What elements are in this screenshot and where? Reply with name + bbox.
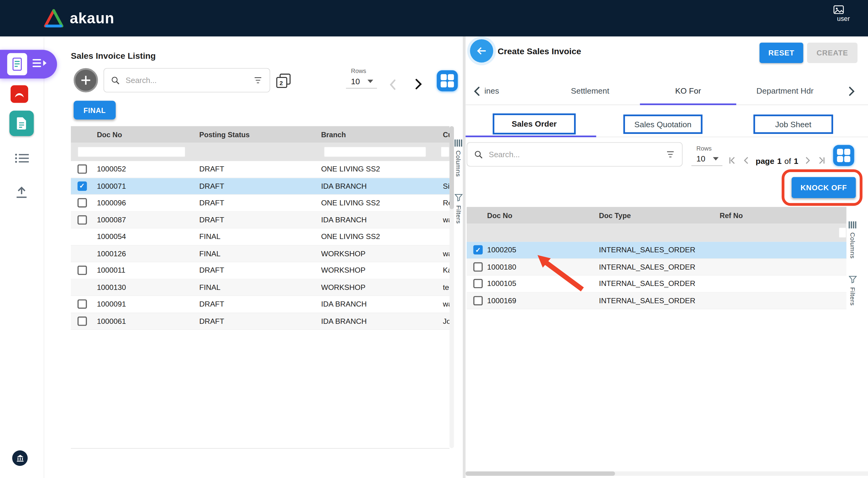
row-checkbox[interactable] (473, 296, 483, 305)
filters-toggle[interactable]: Filters (848, 276, 857, 306)
col-header-doc-no[interactable]: Doc No (93, 130, 195, 138)
col-header-ref-no[interactable]: Ref No (716, 211, 846, 219)
table-row[interactable]: 1000169INTERNAL_SALES_ORDER (467, 292, 846, 309)
brand: akaun (43, 7, 114, 29)
next-page-button[interactable] (412, 77, 424, 92)
columns-label: Columns (455, 151, 462, 177)
grid-view-button[interactable] (833, 145, 854, 166)
tab-lines[interactable]: ines (484, 86, 499, 95)
table-row[interactable]: 1000052DRAFTONE LIVING SS2 (71, 161, 450, 178)
last-page-button[interactable] (818, 156, 826, 166)
table-row[interactable]: 1000180INTERNAL_SALES_ORDER (467, 259, 846, 276)
row-checkbox[interactable] (77, 316, 87, 326)
reset-button[interactable]: RESET (760, 43, 803, 63)
customer-filter-input[interactable] (441, 147, 450, 157)
prev-page-button[interactable] (388, 78, 399, 92)
customer-cell: Ka (439, 266, 450, 275)
table-row[interactable]: 1000011DRAFTWORKSHOPKa (71, 262, 450, 279)
vertical-scrollbar[interactable] (450, 126, 454, 448)
subtab-sales-quotation[interactable]: Sales Quotation (623, 115, 703, 134)
scrollbar-thumb[interactable] (450, 126, 454, 209)
first-page-button[interactable] (728, 156, 736, 166)
row-checkbox[interactable] (77, 182, 87, 191)
row-checkbox[interactable] (77, 198, 87, 208)
user-avatar-label: user (837, 15, 850, 23)
panel-toggle-icon (32, 58, 48, 71)
tab-department-hdr[interactable]: Department Hdr (738, 86, 832, 95)
invoice-search-input[interactable] (125, 75, 249, 85)
prev-page-button[interactable] (742, 156, 749, 166)
doc-no-filter-input[interactable] (78, 147, 185, 157)
create-button[interactable]: CREATE (807, 43, 858, 63)
search-icon (111, 75, 120, 85)
add-button[interactable] (74, 68, 98, 92)
duplicate-pages-icon[interactable]: 2 (276, 73, 291, 89)
grid-view-button[interactable] (437, 70, 458, 91)
filter-icon[interactable] (665, 150, 675, 159)
col-header-doc-no[interactable]: Doc No (484, 211, 595, 219)
table-row[interactable]: 1000096DRAFTONE LIVING SS2Re (71, 195, 450, 212)
scrollbar-thumb[interactable] (466, 471, 615, 476)
upload-icon[interactable] (14, 186, 29, 201)
row-checkbox[interactable] (473, 279, 483, 288)
row-checkbox[interactable] (77, 299, 87, 309)
branch-cell: IDA BRANCH (317, 216, 439, 224)
create-sales-invoice-panel: Create Sales Invoice RESET CREATE ines S… (466, 37, 868, 478)
col-header-posting-status[interactable]: Posting Status (195, 130, 317, 138)
pages-count-label: 2 (279, 79, 283, 86)
sidebar-item-sales-invoice-active[interactable] (0, 50, 57, 78)
branch-cell: ONE LIVING SS2 (317, 165, 439, 173)
knock-off-button[interactable]: KNOCK OFF (792, 177, 856, 198)
filter-icon[interactable] (253, 76, 263, 85)
tab-settlement[interactable]: Settlement (543, 86, 638, 95)
panel-title: Create Sales Invoice (498, 46, 581, 56)
row-checkbox[interactable] (473, 262, 483, 272)
filters-toggle[interactable]: Filters (455, 194, 463, 224)
ref-no-filter-input[interactable] (839, 227, 846, 238)
rows-per-page-value: 10 (351, 77, 360, 86)
rows-per-page-select[interactable]: 10 (346, 77, 377, 89)
pdf-icon[interactable] (10, 85, 28, 103)
table-row[interactable]: 1000130FINALWORKSHOPte (71, 279, 450, 296)
tabs-scroll-left-button[interactable] (472, 86, 482, 98)
rows-per-page-select[interactable]: 10 (691, 155, 722, 166)
user-avatar[interactable]: user (833, 4, 856, 28)
plus-icon (80, 74, 92, 86)
col-header-branch[interactable]: Branch (317, 130, 439, 138)
row-checkbox[interactable] (473, 245, 483, 255)
ko-search-input[interactable] (488, 149, 661, 159)
back-button[interactable] (470, 39, 493, 63)
subtab-sales-order[interactable]: Sales Order (493, 113, 576, 134)
tabs-scroll-right-button[interactable] (846, 86, 857, 98)
col-header-doc-type[interactable]: Doc Type (595, 211, 716, 219)
customer-cell: Si (439, 182, 450, 190)
row-checkbox[interactable] (77, 266, 87, 275)
organization-icon[interactable] (12, 450, 28, 466)
row-checkbox[interactable] (77, 164, 87, 174)
table-row[interactable]: 1000126FINALWORKSHOPwa (71, 245, 450, 262)
columns-toggle[interactable]: Columns (455, 139, 463, 177)
col-header-customer[interactable]: Cu (439, 130, 450, 138)
sales-document-module-icon[interactable] (9, 110, 34, 136)
table-row[interactable]: 1000071DRAFTIDA BRANCHSi (71, 178, 450, 195)
row-checkbox[interactable] (77, 215, 87, 224)
horizontal-scrollbar[interactable] (466, 471, 868, 476)
current-page: 1 (777, 157, 782, 165)
checkbox-cell (467, 296, 484, 305)
posting-status-cell: DRAFT (195, 300, 317, 308)
branch-filter-input[interactable] (324, 147, 427, 157)
subtab-job-sheet[interactable]: Job Sheet (753, 115, 833, 134)
customer-cell: wa (439, 216, 450, 224)
tab-ko-for[interactable]: KO For (640, 86, 736, 95)
table-row[interactable]: 1000087DRAFTIDA BRANCHwa (71, 212, 450, 229)
doc-type-cell: INTERNAL_SALES_ORDER (595, 296, 716, 305)
next-page-button[interactable] (804, 156, 812, 166)
final-button[interactable]: FINAL (74, 101, 116, 119)
table-row[interactable]: 1000205INTERNAL_SALES_ORDER (467, 242, 846, 259)
table-row[interactable]: 1000105INTERNAL_SALES_ORDER (467, 276, 846, 293)
columns-toggle[interactable]: Columns (848, 221, 857, 259)
table-row[interactable]: 1000054FINALONE LIVING SS2 (71, 228, 450, 245)
table-row[interactable]: 1000061DRAFTIDA BRANCHJo (71, 313, 450, 330)
table-row[interactable]: 1000091DRAFTIDA BRANCHwa (71, 296, 450, 313)
list-icon[interactable] (14, 153, 30, 165)
